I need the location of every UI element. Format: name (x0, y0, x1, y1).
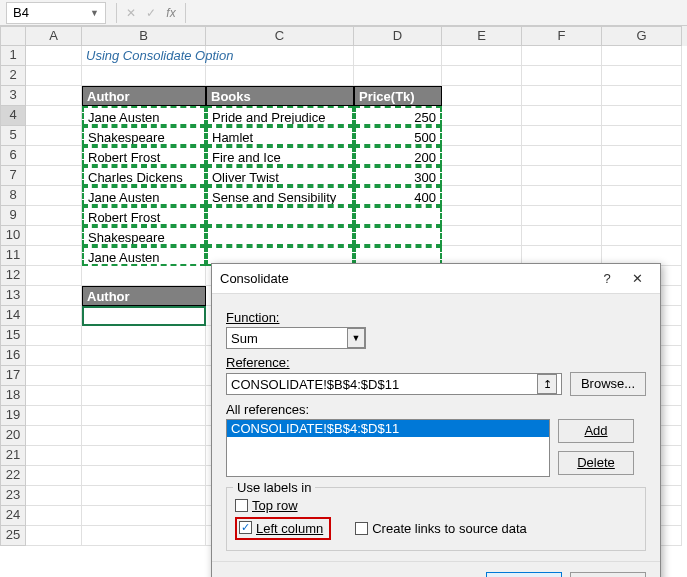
table-cell[interactable]: Robert Frost (82, 206, 206, 226)
cell[interactable] (26, 366, 82, 386)
close-button[interactable]: Close (570, 572, 646, 577)
help-icon[interactable]: ? (592, 271, 622, 286)
cell[interactable] (354, 66, 442, 86)
cell[interactable] (26, 106, 82, 126)
row-header[interactable]: 1 (0, 46, 26, 66)
name-box[interactable]: B4 ▼ (6, 2, 106, 24)
cell[interactable] (26, 126, 82, 146)
select-all-corner[interactable] (0, 26, 26, 46)
cell[interactable] (82, 346, 206, 366)
cell[interactable] (602, 206, 682, 226)
chevron-down-icon[interactable]: ▼ (90, 8, 99, 18)
cell[interactable] (26, 346, 82, 366)
cell[interactable] (206, 66, 354, 86)
cell[interactable] (602, 86, 682, 106)
title-cell[interactable]: Using Consolidate Option (82, 46, 206, 66)
cell[interactable] (602, 186, 682, 206)
cell[interactable] (522, 206, 602, 226)
fx-icon[interactable]: fx (161, 6, 181, 20)
table-cell[interactable]: 200 (354, 146, 442, 166)
cell[interactable] (82, 526, 206, 546)
dialog-titlebar[interactable]: Consolidate ? ✕ (212, 264, 660, 294)
cell[interactable] (82, 366, 206, 386)
cell[interactable] (522, 166, 602, 186)
browse-button[interactable]: Browse... (570, 372, 646, 396)
cell[interactable] (26, 266, 82, 286)
table-cell[interactable]: Robert Frost (82, 146, 206, 166)
cell[interactable] (522, 66, 602, 86)
row-header[interactable]: 11 (0, 246, 26, 266)
table-cell[interactable]: 300 (354, 166, 442, 186)
col-header[interactable]: E (442, 26, 522, 46)
row-header[interactable]: 16 (0, 346, 26, 366)
row-header[interactable]: 18 (0, 386, 26, 406)
row-header[interactable]: 4 (0, 106, 26, 126)
row-header[interactable]: 10 (0, 226, 26, 246)
table-cell[interactable]: 400 (354, 186, 442, 206)
row-header[interactable]: 23 (0, 486, 26, 506)
col-header[interactable]: B (82, 26, 206, 46)
cell[interactable] (82, 386, 206, 406)
cell[interactable] (442, 166, 522, 186)
cell[interactable] (522, 46, 602, 66)
cell[interactable] (522, 106, 602, 126)
table-cell[interactable]: Charles Dickens (82, 166, 206, 186)
row-header[interactable]: 6 (0, 146, 26, 166)
cell[interactable] (26, 486, 82, 506)
row-header[interactable]: 13 (0, 286, 26, 306)
toprow-checkbox[interactable] (235, 499, 248, 512)
cell[interactable] (522, 126, 602, 146)
row-header[interactable]: 21 (0, 446, 26, 466)
cell[interactable] (82, 466, 206, 486)
cell[interactable] (26, 46, 82, 66)
createlinks-checkbox[interactable] (355, 522, 368, 535)
row-header[interactable]: 14 (0, 306, 26, 326)
cell[interactable] (82, 66, 206, 86)
cell[interactable] (26, 326, 82, 346)
result-header[interactable]: Author (82, 286, 206, 306)
row-header[interactable]: 12 (0, 266, 26, 286)
cell[interactable] (602, 66, 682, 86)
cell[interactable] (82, 506, 206, 526)
col-header[interactable]: D (354, 26, 442, 46)
delete-button[interactable]: Delete (558, 451, 634, 475)
function-select[interactable]: Sum ▼ (226, 327, 366, 349)
collapse-icon[interactable]: ↥ (537, 374, 557, 394)
cell[interactable] (82, 266, 206, 286)
table-cell[interactable]: Pride and Prejudice (206, 106, 354, 126)
cell[interactable] (26, 246, 82, 266)
cell[interactable] (602, 166, 682, 186)
table-cell[interactable]: Jane Austen (82, 186, 206, 206)
cell[interactable] (26, 306, 82, 326)
cell[interactable] (26, 426, 82, 446)
row-header[interactable]: 15 (0, 326, 26, 346)
cell[interactable] (26, 86, 82, 106)
leftcolumn-checkbox[interactable]: ✓ (239, 521, 252, 534)
reference-input[interactable]: CONSOLIDATE!$B$4:$D$11 ↥ (226, 373, 562, 395)
cell[interactable] (26, 146, 82, 166)
row-header[interactable]: 25 (0, 526, 26, 546)
table-cell[interactable] (206, 206, 354, 226)
cell[interactable] (602, 146, 682, 166)
cell[interactable] (442, 106, 522, 126)
cell[interactable] (82, 326, 206, 346)
table-cell[interactable]: 500 (354, 126, 442, 146)
table-cell[interactable] (354, 206, 442, 226)
row-header[interactable]: 19 (0, 406, 26, 426)
row-header[interactable]: 5 (0, 126, 26, 146)
cell[interactable] (602, 106, 682, 126)
cell[interactable] (26, 506, 82, 526)
table-cell[interactable]: Shakespeare (82, 126, 206, 146)
chevron-down-icon[interactable]: ▼ (347, 328, 365, 348)
cell[interactable] (354, 46, 442, 66)
table-cell[interactable]: Jane Austen (82, 246, 206, 266)
cell[interactable] (602, 226, 682, 246)
row-header[interactable]: 17 (0, 366, 26, 386)
cell[interactable] (26, 526, 82, 546)
cell[interactable] (442, 186, 522, 206)
cell[interactable] (522, 226, 602, 246)
table-cell[interactable]: 250 (354, 106, 442, 126)
cell[interactable] (26, 406, 82, 426)
cell[interactable] (26, 206, 82, 226)
row-header[interactable]: 9 (0, 206, 26, 226)
